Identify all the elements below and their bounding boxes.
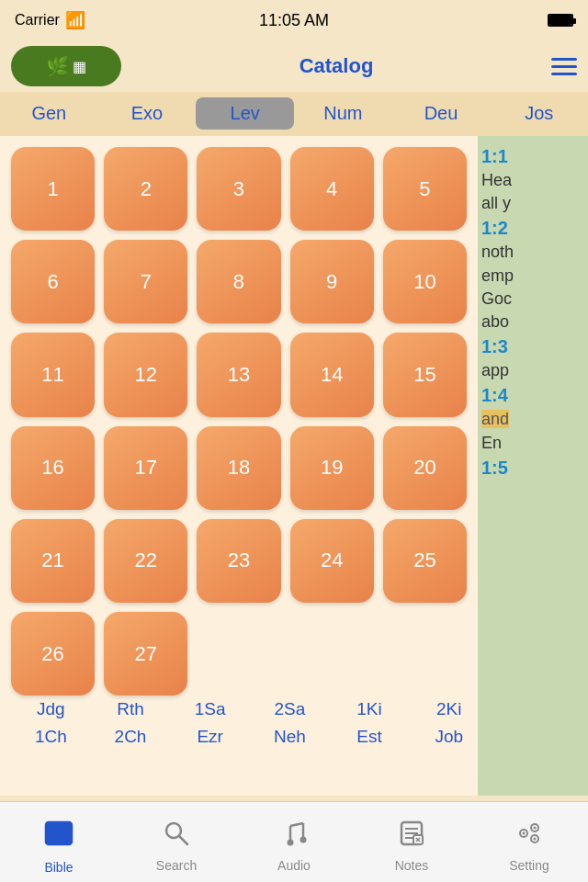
tab-search[interactable]: Search <box>118 811 235 873</box>
notes-icon <box>397 819 426 854</box>
book-item-2ki[interactable]: 2Ki <box>409 699 478 719</box>
verse2-text: nothempGocabo <box>481 241 584 334</box>
chapter-btn-26[interactable]: 26 <box>11 612 95 695</box>
book-item-job[interactable]: Job <box>409 727 478 747</box>
book-item-2sa[interactable]: 2Sa <box>250 699 330 719</box>
chapter-btn-1[interactable]: 1 <box>11 147 95 231</box>
tab-bible-label: Bible <box>44 860 73 875</box>
book-item-1ki[interactable]: 1Ki <box>330 699 410 719</box>
verse1-text: Heaall y <box>481 169 584 215</box>
tab-audio[interactable]: Audio <box>235 811 353 873</box>
header: 🌿 ▦ Catalog <box>0 40 588 92</box>
chapter-btn-7[interactable]: 7 <box>104 240 187 323</box>
chapter-btn-20[interactable]: 20 <box>383 426 467 510</box>
book-item-1sa[interactable]: 1Sa <box>170 699 250 719</box>
status-time: 11:05 AM <box>259 11 329 30</box>
book-tab-num[interactable]: Num <box>294 97 392 130</box>
chapter-btn-17[interactable]: 17 <box>104 426 187 510</box>
book-item-2ch[interactable]: 2Ch <box>91 727 171 747</box>
chapter-btn-21[interactable]: 21 <box>11 519 95 603</box>
book-item-rth[interactable]: Rth <box>91 699 171 719</box>
chapter-btn-15[interactable]: 15 <box>383 333 467 416</box>
wifi-icon: 📶 <box>65 10 85 30</box>
tab-setting[interactable]: Setting <box>470 811 588 873</box>
logo-grid-icon: ▦ <box>73 58 86 75</box>
chapter-btn-5[interactable]: 5 <box>383 147 467 231</box>
header-title: Catalog <box>300 54 374 78</box>
book-item-jdg[interactable]: Jdg <box>11 699 91 719</box>
status-bar: Carrier 📶 11:05 AM <box>0 0 588 40</box>
chapter-btn-9[interactable]: 9 <box>290 240 374 323</box>
lower-books: JdgRth1Sa2Sa1Ki2Ki 1Ch2ChEzrNehEstJob <box>11 695 478 751</box>
verse5-ref: 1:5 <box>481 455 584 481</box>
settings-icon <box>514 819 544 854</box>
book-item-est[interactable]: Est <box>330 727 410 747</box>
status-carrier: Carrier 📶 <box>15 10 85 30</box>
book-item-ezr[interactable]: Ezr <box>170 727 250 747</box>
chapter-btn-25[interactable]: 25 <box>383 519 467 603</box>
tab-notes[interactable]: Notes <box>353 811 470 873</box>
tab-setting-label: Setting <box>509 858 549 873</box>
book-open-icon <box>42 817 75 856</box>
chapter-grid-container: 1234567891011121314151617181920212223242… <box>0 136 478 796</box>
book-tab-exo[interactable]: Exo <box>98 97 197 130</box>
chapter-btn-8[interactable]: 8 <box>197 240 280 323</box>
tab-audio-label: Audio <box>277 858 311 873</box>
svg-point-25 <box>523 832 526 835</box>
book-tab-deu[interactable]: Deu <box>392 97 491 130</box>
chapter-btn-6[interactable]: 6 <box>11 240 95 323</box>
book-tab-gen[interactable]: Gen <box>0 97 98 130</box>
search-icon <box>162 819 191 854</box>
battery-icon <box>548 14 573 27</box>
chapter-btn-3[interactable]: 3 <box>197 147 280 231</box>
battery-container <box>548 14 573 27</box>
book-tab-jos[interactable]: Jos <box>490 97 588 130</box>
tab-bible[interactable]: Bible <box>0 809 118 875</box>
tab-search-label: Search <box>156 858 197 873</box>
svg-point-27 <box>534 838 537 841</box>
logo-tree-icon: 🌿 <box>46 55 69 77</box>
verse4-text: andEn <box>481 408 584 454</box>
chapter-btn-19[interactable]: 19 <box>290 426 374 510</box>
chapter-btn-12[interactable]: 12 <box>104 333 187 416</box>
chapter-btn-14[interactable]: 14 <box>290 333 374 416</box>
chapter-btn-4[interactable]: 4 <box>290 147 374 231</box>
main-content: 1234567891011121314151617181920212223242… <box>0 136 588 796</box>
chapter-btn-24[interactable]: 24 <box>290 519 374 603</box>
book-item-1ch[interactable]: 1Ch <box>11 727 91 747</box>
svg-line-9 <box>179 836 187 844</box>
book-tab-lev[interactable]: Lev <box>196 97 294 130</box>
verse1-ref: 1:1 <box>481 143 584 169</box>
verse2-ref: 1:2 <box>481 215 584 241</box>
verse3-text: app <box>481 359 584 382</box>
svg-line-11 <box>290 823 303 826</box>
text-preview-panel: 1:1 Heaall y 1:2 nothempGocabo 1:3 app 1… <box>478 136 588 796</box>
carrier-label: Carrier <box>15 12 60 28</box>
lower-books-row-2: 1Ch2ChEzrNehEstJob <box>11 723 478 751</box>
tab-notes-label: Notes <box>395 858 429 873</box>
chapter-btn-18[interactable]: 18 <box>197 426 280 510</box>
chapter-btn-23[interactable]: 23 <box>197 519 280 603</box>
chapter-btn-16[interactable]: 16 <box>11 426 95 510</box>
book-tabs-row: GenExoLevNumDeuJos <box>0 92 588 136</box>
chapter-btn-13[interactable]: 13 <box>197 333 280 416</box>
chapter-btn-22[interactable]: 22 <box>104 519 187 603</box>
book-item-neh[interactable]: Neh <box>250 727 330 747</box>
chapter-btn-11[interactable]: 11 <box>11 333 95 416</box>
svg-point-26 <box>534 827 537 830</box>
chapter-grid: 1234567891011121314151617181920212223242… <box>11 147 467 695</box>
app-logo[interactable]: 🌿 ▦ <box>11 46 121 86</box>
chapter-btn-27[interactable]: 27 <box>104 612 187 695</box>
hamburger-menu[interactable] <box>551 58 577 75</box>
svg-point-14 <box>300 837 307 843</box>
tab-bar: Bible Search Audio <box>0 801 588 882</box>
verse3-ref: 1:3 <box>481 334 584 359</box>
verse4-ref: 1:4 <box>481 382 584 408</box>
lower-books-row-1: JdgRth1Sa2Sa1Ki2Ki <box>11 695 478 723</box>
svg-point-13 <box>288 840 294 846</box>
music-note-icon <box>279 819 309 854</box>
chapter-btn-10[interactable]: 10 <box>383 240 467 323</box>
chapter-btn-2[interactable]: 2 <box>104 147 187 231</box>
